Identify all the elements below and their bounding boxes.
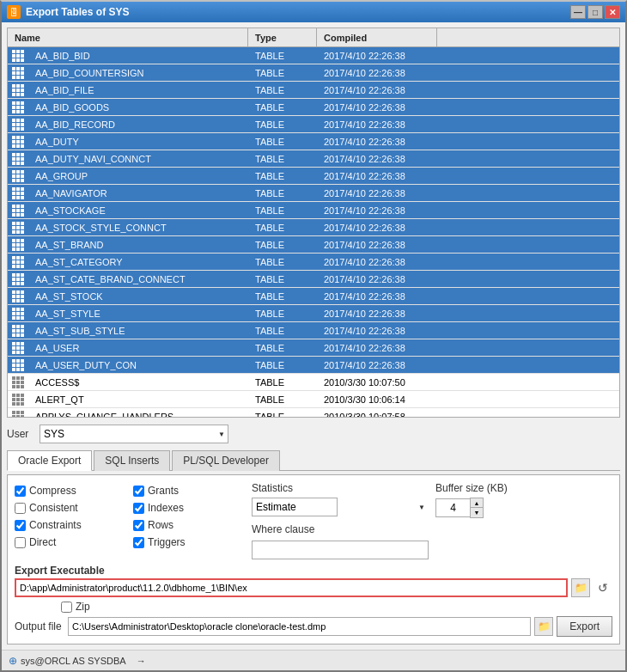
export-button[interactable]: Export [557,616,612,637]
table-row[interactable]: AA_ST_STYLETABLE2017/4/10 22:26:38 [8,305,619,322]
table-cell-type: TABLE [248,188,317,199]
table-cell-name: ALERT_QT [28,394,248,405]
triggers-row: Triggers [133,534,245,551]
table-cell-type: TABLE [248,119,317,130]
indexes-checkbox[interactable] [133,503,144,514]
statistics-select-wrapper[interactable]: Estimate Compute None [252,498,429,516]
table-row[interactable]: AA_BID_BIDTABLE2017/4/10 22:26:38 [8,47,619,64]
triggers-checkbox[interactable] [133,537,144,548]
zip-checkbox[interactable] [61,602,72,613]
table-row[interactable]: AA_BID_RECORDTABLE2017/4/10 22:26:38 [8,116,619,133]
buffer-label: Buffer size (KB) [435,482,612,494]
table-cell-type: TABLE [248,137,317,147]
table-cell-name: AA_ST_CATEGORY [28,257,248,267]
table-cell-name: AA_BID_RECORD [28,119,248,130]
table-row[interactable]: AA_DUTYTABLE2017/4/10 22:26:38 [8,133,619,150]
row-icon [8,150,28,168]
table-row[interactable]: AA_STOCK_STYLE_CONNCTTABLE2017/4/10 22:2… [8,219,619,236]
row-icon [8,254,28,271]
col1-options: Compress Consistent Constraints Direct [15,482,126,559]
table-row[interactable]: AA_STOCKAGETABLE2017/4/10 22:26:38 [8,202,619,219]
table-cell-type: TABLE [248,205,317,216]
buffer-spinner: 4 ▲ ▼ [435,498,612,518]
maximize-button[interactable]: □ [587,5,603,19]
buffer-section: Buffer size (KB) 4 ▲ ▼ [435,482,612,518]
exec-row: 📁 ↺ [15,578,612,597]
table-row[interactable]: AA_ST_CATE_BRAND_CONNECTTABLE2017/4/10 2… [8,271,619,288]
row-icon [8,202,28,219]
triggers-label: Triggers [148,536,186,548]
minimize-button[interactable]: — [570,5,586,19]
export-executable-label: Export Executable [15,565,105,577]
table-row[interactable]: AA_BID_FILETABLE2017/4/10 22:26:38 [8,82,619,99]
compress-checkbox[interactable] [15,486,26,497]
tab-plsql-developer[interactable]: PL/SQL Developer [172,450,280,471]
constraints-checkbox[interactable] [15,520,26,531]
tabs-bar: Oracle Export SQL Inserts PL/SQL Develop… [7,450,620,471]
table-row[interactable]: AA_GROUPTABLE2017/4/10 22:26:38 [8,168,619,185]
user-label: User [7,428,33,440]
output-browse-button[interactable]: 📁 [534,617,553,636]
row-icon [8,99,28,116]
buffer-input[interactable]: 4 [435,498,470,517]
column-header-type: Type [248,28,317,46]
table-cell-type: TABLE [248,412,317,418]
tab-sql-inserts[interactable]: SQL Inserts [94,450,170,471]
table-cell-type: TABLE [248,240,317,250]
row-icon [8,391,28,408]
table-cell-compiled: 2017/4/10 22:26:38 [317,274,437,284]
grants-checkbox[interactable] [133,486,144,497]
table-row[interactable]: ALERT_QTTABLE2010/3/30 10:06:14 [8,391,619,408]
options-panel: Compress Consistent Constraints Direct [7,474,620,645]
exec-refresh-button[interactable]: ↺ [594,578,612,597]
table-cell-name: AA_DUTY_NAVI_CONNCT [28,154,248,164]
grants-label: Grants [148,485,179,497]
table-cell-compiled: 2017/4/10 22:26:38 [317,309,437,319]
output-file-input[interactable] [68,617,531,636]
table-row[interactable]: AA_DUTY_NAVI_CONNCTTABLE2017/4/10 22:26:… [8,150,619,168]
table-cell-name: AA_BID_FILE [28,85,248,95]
consistent-row: Consistent [15,499,126,516]
where-clause-input[interactable] [252,541,429,559]
user-select-wrapper[interactable]: SYS SYSTEM SCOTT [40,425,228,443]
table-row[interactable]: AA_BID_COUNTERSIGNTABLE2017/4/10 22:26:3… [8,64,619,82]
title-bar: 🗄 Export Tables of SYS — □ ✕ [2,2,625,22]
table-row[interactable]: AA_ST_CATEGORYTABLE2017/4/10 22:26:38 [8,254,619,271]
exec-input[interactable] [15,578,568,597]
direct-checkbox[interactable] [15,537,26,548]
row-icon [8,357,28,374]
table-cell-type: TABLE [248,291,317,302]
row-icon [8,374,28,391]
indexes-row: Indexes [133,499,245,516]
user-select[interactable]: SYS SYSTEM SCOTT [40,425,228,443]
direct-row: Direct [15,534,126,551]
table-row[interactable]: AA_USER_DUTY_CONTABLE2017/4/10 22:26:38 [8,357,619,374]
spinner-up-button[interactable]: ▲ [471,498,483,508]
row-icon [8,116,28,133]
table-body[interactable]: AA_BID_BIDTABLE2017/4/10 22:26:38AA_BID_… [8,47,619,417]
tab-oracle-export[interactable]: Oracle Export [7,450,92,471]
spinner-down-button[interactable]: ▼ [471,508,483,517]
table-cell-type: TABLE [248,360,317,370]
exec-browse-button[interactable]: 📁 [571,578,590,597]
table-cell-compiled: 2017/4/10 22:26:38 [317,171,437,181]
close-button[interactable]: ✕ [605,5,620,19]
statistics-select[interactable]: Estimate Compute None [252,498,338,516]
rows-checkbox[interactable] [133,520,144,531]
table-row[interactable]: AA_BID_GOODSTABLE2017/4/10 22:26:38 [8,99,619,116]
compress-row: Compress [15,482,126,499]
table-row[interactable]: AA_ST_SUB_STYLETABLE2017/4/10 22:26:38 [8,322,619,339]
table-row[interactable]: AA_NAVIGATORTABLE2017/4/10 22:26:38 [8,185,619,202]
constraints-label: Constraints [29,519,82,531]
table-row[interactable]: ACCESS$TABLE2010/3/30 10:07:50 [8,374,619,391]
consistent-checkbox[interactable] [15,503,26,514]
table-row[interactable]: AA_USERTABLE2017/4/10 22:26:38 [8,339,619,357]
table-row[interactable]: AA_ST_STOCKTABLE2017/4/10 22:26:38 [8,288,619,305]
row-icon [8,288,28,305]
table-row[interactable]: APPLYS_CHANGE_HANDLERSTABLE2010/3/30 10:… [8,408,619,417]
row-icon [8,219,28,236]
column-header-name: Name [8,28,248,46]
row-icon [8,47,28,64]
table-row[interactable]: AA_ST_BRANDTABLE2017/4/10 22:26:38 [8,236,619,254]
rows-label: Rows [148,519,173,531]
